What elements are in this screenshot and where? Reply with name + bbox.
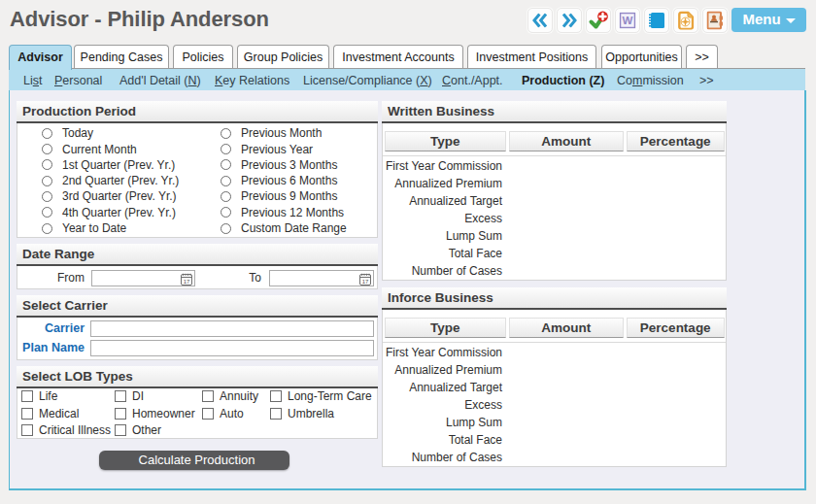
svg-text:W: W — [623, 15, 633, 26]
svg-text:17: 17 — [362, 279, 369, 285]
svg-text:17: 17 — [184, 279, 190, 285]
